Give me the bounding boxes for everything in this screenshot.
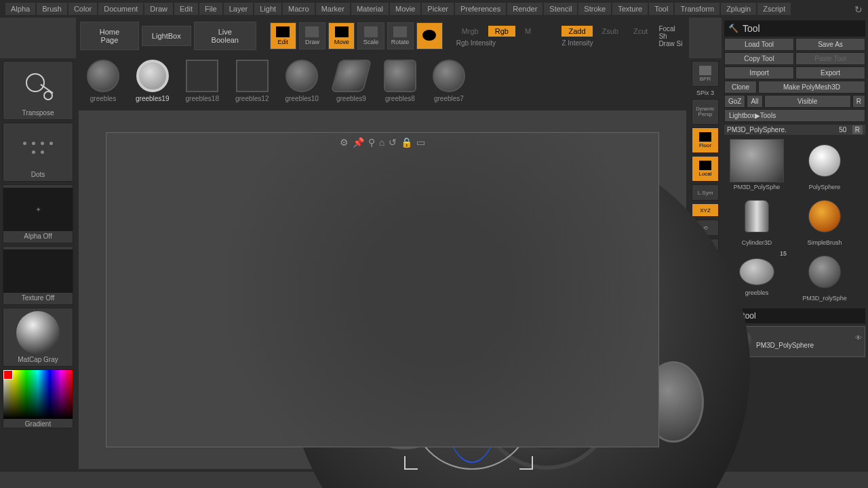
gear-icon[interactable]: ⚙ [340, 137, 349, 148]
goz-all-button[interactable]: All [747, 95, 762, 108]
lightbox-tools-button[interactable]: Lightbox▶Tools [724, 109, 865, 122]
battery-icon[interactable]: ▭ [416, 137, 425, 148]
shelf-item-greebles19[interactable]: greebles19 [136, 60, 169, 102]
lightbox-button[interactable]: LightBox [142, 26, 191, 46]
menu-preferences[interactable]: Preferences [455, 3, 506, 15]
menu-transform[interactable]: Transform [675, 3, 719, 15]
shelf-item-greebles10[interactable]: greebles10 [285, 60, 318, 102]
xyz-button[interactable]: XYZ [692, 203, 719, 217]
tool-item-pm3d-roly[interactable]: PM3D_rolySphe [792, 250, 857, 303]
rotate-mode-button[interactable]: Rotate [387, 22, 414, 49]
shelf-item-greebles9[interactable]: greebles9 [335, 60, 368, 102]
menu-stencil[interactable]: Stencil [544, 3, 577, 15]
alpha-slot[interactable]: ✦ Alpha Off [3, 184, 73, 243]
texture-label: Texture Off [3, 293, 73, 302]
stroke-slot[interactable]: Dots [3, 123, 73, 182]
menu-tool[interactable]: Tool [649, 3, 673, 15]
goz-button[interactable]: GoZ [724, 95, 745, 108]
move-mode-button[interactable]: Move [328, 22, 355, 49]
shelf-item-greebles7[interactable]: greebles7 [433, 60, 465, 102]
draw-mode-button[interactable]: Draw [299, 22, 326, 49]
gizmo-button[interactable] [416, 22, 443, 49]
tool-grid: PM3D_PolySphe PolySphere Cylinder3D Simp… [724, 139, 865, 303]
shelf-item-greebles8[interactable]: greebles8 [384, 60, 416, 102]
menu-marker[interactable]: Marker [316, 3, 350, 15]
clone-button[interactable]: Clone [724, 81, 757, 94]
menu-material[interactable]: Material [351, 3, 389, 15]
viewport[interactable]: ⚙ 📌 ⚲ ⌂ ↺ 🔒 ▭ [79, 110, 686, 469]
subtool-name: PM3D_PolySphere [756, 342, 862, 349]
panel-close-button[interactable]: ↻ [854, 4, 863, 15]
material-slot[interactable]: MatCap Gray [3, 308, 73, 367]
tool-item-simplebrush[interactable]: SimpleBrush [792, 195, 857, 247]
zcut-button[interactable]: Zcut [628, 27, 653, 35]
menu-color[interactable]: Color [68, 3, 97, 15]
make-polymesh-button[interactable]: Make PolyMesh3D [758, 81, 865, 94]
eye-icon[interactable]: 👁 [855, 334, 862, 342]
marker-icon[interactable]: ⚲ [368, 137, 375, 148]
rgb-intensity-label: Rgb Intensity [456, 39, 536, 47]
menu-movie[interactable]: Movie [390, 3, 420, 15]
tool-name-field[interactable]: PM3D_PolySphere. 50 R [724, 125, 865, 135]
menu-file[interactable]: File [199, 3, 222, 15]
save-as-button[interactable]: Save As [795, 38, 865, 51]
menu-layer[interactable]: Layer [224, 3, 254, 15]
lsym-button[interactable]: L.Sym [692, 184, 719, 201]
shelf-item-greebles12[interactable]: greebles12 [235, 60, 269, 102]
draw-size-label[interactable]: Draw Si [658, 40, 685, 47]
home-icon[interactable]: ⌂ [379, 137, 384, 148]
r-button[interactable]: R [852, 125, 863, 134]
goz-visible-button[interactable]: Visible [764, 95, 851, 108]
menu-texture[interactable]: Texture [612, 3, 648, 15]
scale-icon [364, 26, 378, 37]
menu-draw[interactable]: Draw [144, 3, 173, 15]
bpr-button[interactable]: BPR [692, 61, 719, 87]
menu-light[interactable]: Light [254, 3, 281, 15]
tool-item-greebles[interactable]: 15greebles [724, 250, 789, 303]
pin-icon[interactable]: 📌 [353, 137, 364, 148]
menu-stroke[interactable]: Stroke [578, 3, 611, 15]
goz-r-button[interactable]: R [852, 95, 865, 108]
menu-edit[interactable]: Edit [174, 3, 198, 15]
home-button[interactable]: Home Page [80, 22, 139, 50]
focal-shift-label[interactable]: Focal Sh [658, 25, 685, 40]
brush-slot[interactable]: Transpose [3, 61, 73, 120]
mrgb-button[interactable]: Mrgb [456, 27, 484, 35]
floor-button[interactable]: Floor [692, 127, 719, 153]
edit-mode-button[interactable]: Edit [270, 22, 296, 49]
local-button[interactable]: Local [692, 156, 719, 182]
menu-macro[interactable]: Macro [283, 3, 315, 15]
color-slot[interactable]: Gradient [3, 369, 73, 428]
persp-button[interactable]: DynamicPersp [692, 99, 719, 125]
m-button[interactable]: M [519, 27, 536, 35]
shelf-item-greebles[interactable]: greebles [87, 60, 119, 102]
menu-zplugin[interactable]: Zplugin [721, 3, 756, 15]
import-button[interactable]: Import [724, 66, 794, 79]
live-boolean-button[interactable]: Live Boolean [194, 22, 256, 50]
export-button[interactable]: Export [795, 66, 865, 79]
zsub-button[interactable]: Zsub [597, 27, 624, 35]
tool-panel-header[interactable]: 🔨 Tool ↻ [724, 20, 865, 37]
scale-mode-button[interactable]: Scale [357, 22, 384, 49]
zadd-button[interactable]: Zadd [561, 26, 592, 37]
menu-picker[interactable]: Picker [422, 3, 454, 15]
undo-icon[interactable]: ↺ [389, 137, 397, 148]
lock-icon[interactable]: 🔒 [401, 137, 412, 148]
center-area: Home Page LightBox Live Boolean Edit Dra… [76, 18, 689, 472]
texture-slot[interactable]: Texture Off [3, 246, 73, 305]
paste-tool-button[interactable]: Paste Tool [795, 52, 865, 65]
menu-render[interactable]: Render [507, 3, 542, 15]
load-tool-button[interactable]: Load Tool [724, 38, 794, 51]
color-picker[interactable] [3, 370, 73, 419]
copy-tool-button[interactable]: Copy Tool [724, 52, 794, 65]
rgb-button[interactable]: Rgb [488, 26, 515, 37]
menu-document[interactable]: Document [98, 3, 143, 15]
subtool-header[interactable]: Subtool [724, 308, 865, 323]
menu-zscript[interactable]: Zscript [757, 3, 791, 15]
menu-alpha[interactable]: Alpha [5, 3, 35, 15]
tool-item-pm3d[interactable]: PM3D_PolySphe [724, 139, 789, 192]
tool-item-polysphere[interactable]: PolySphere [792, 139, 857, 192]
tool-item-cylinder[interactable]: Cylinder3D [724, 195, 789, 247]
menu-brush[interactable]: Brush [37, 3, 67, 15]
shelf-item-greebles18[interactable]: greebles18 [185, 60, 218, 102]
